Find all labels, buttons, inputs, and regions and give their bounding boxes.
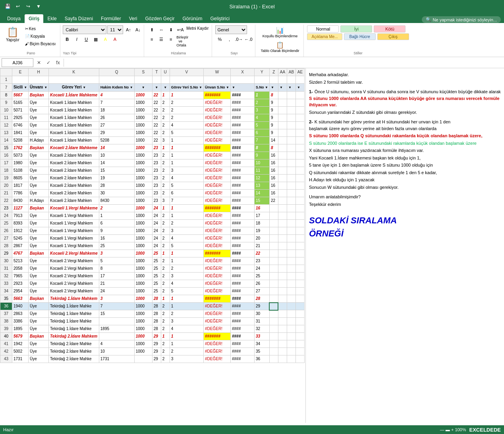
align-middle-btn[interactable]: ↔	[157, 25, 166, 34]
undo-quick-btn[interactable]: ↩	[14, 2, 22, 11]
quick-access-toolbar: 💾 ↩ ↪ ▼	[0, 0, 46, 13]
col-h[interactable]: H	[29, 69, 49, 76]
spreadsheet[interactable]: E H K Q S T U V W X Y Z AA AB AE	[0, 68, 305, 423]
decrease-font-btn[interactable]: A↓	[133, 25, 142, 34]
section2-line8: Q sütunundaki rakamlar dikkate alınmak s…	[309, 169, 501, 176]
tab-dosya[interactable]: Dosya	[3, 14, 25, 23]
dec-dec-btn[interactable]: ←.0	[244, 35, 253, 44]
confirm-formula-btn[interactable]: ✓	[44, 59, 52, 67]
col-y[interactable]: Y	[254, 69, 269, 76]
col-aa[interactable]: AA	[278, 69, 287, 76]
col-e[interactable]: E	[12, 69, 29, 76]
redo-quick-btn[interactable]: ↪	[24, 2, 33, 11]
font-color-btn[interactable]: A	[110, 35, 119, 44]
italic-btn[interactable]: I	[72, 35, 81, 44]
col-u[interactable]: U	[161, 69, 170, 76]
col-k[interactable]: K	[49, 69, 99, 76]
paste-label: Yapıştır	[6, 38, 19, 42]
cancel-formula-btn[interactable]: ✕	[35, 59, 43, 67]
col-w[interactable]: W	[204, 69, 231, 76]
wrap-btn[interactable]: ↩A	[176, 25, 185, 34]
table-row: 29 4767 Başkan Kocaeli 2.Vergi Mahkeme 3…	[0, 250, 305, 257]
pano-label: Pano	[27, 50, 35, 56]
align-top-btn[interactable]: ⬆	[147, 25, 156, 34]
table-row: 22 8430H.Adayı Kocaeli 2.İdare Mahken 84…	[0, 197, 305, 205]
search-box[interactable]: 🔍 Ne yapmak istediğinizi söyleyin...	[422, 16, 501, 23]
align-left-btn[interactable]: ≡	[147, 35, 156, 44]
dec-inc-btn[interactable]: .0→	[234, 35, 243, 44]
table-row: 18 5108Üye Kocaeli 2.İdare Mahken 151000…	[0, 167, 305, 175]
font-name-select[interactable]: Calibri	[63, 25, 106, 34]
style-normal[interactable]: Normal	[307, 25, 339, 33]
style-bad[interactable]: Kötü	[374, 25, 406, 33]
table-format-btn[interactable]: 📋 Tablo Olarak Biçimlendir	[259, 40, 301, 54]
col-v[interactable]: V	[170, 69, 203, 76]
tab-gozden-gecir[interactable]: Gözden Geçir	[141, 14, 178, 23]
col-t[interactable]: T	[152, 69, 161, 76]
col-ae[interactable]: AE	[295, 69, 304, 76]
align-center-btn[interactable]: ☰	[157, 35, 166, 44]
tab-giris[interactable]: Giriş	[25, 14, 43, 23]
underline-btn[interactable]: U	[82, 35, 91, 44]
format-painter-btn[interactable]: 🖌 Biçim Boyacısı	[23, 40, 58, 47]
ribbon: 📋 Yapıştır ✂ Kes 📄 Kopyala 🖌 Biçim Boyac…	[0, 23, 504, 57]
col-z[interactable]: Z	[269, 69, 278, 76]
fill-color-btn[interactable]: A	[101, 35, 110, 44]
table-row: 17 1980Üye Kocaeli 2.İdare Mahken 141000…	[0, 159, 305, 167]
col-x[interactable]: X	[230, 69, 254, 76]
table-row: 34 2954Üye Kocaeli 2.Vergi Mahkem 241000…	[0, 288, 305, 295]
style-bagli-hucre[interactable]: Bağlı Hücre	[344, 33, 376, 40]
paste-btn[interactable]: 📋 Yapıştır	[4, 25, 21, 43]
tab-formuller[interactable]: Formüller	[97, 14, 125, 23]
table-row: 16 5073Üye Kocaeli 2.İdare Mahken 101000…	[0, 152, 305, 159]
font-size-select[interactable]: 11	[107, 25, 123, 34]
style-good[interactable]: İyi	[340, 25, 372, 33]
align-bottom-btn[interactable]: ⬇	[166, 25, 175, 34]
table-row: 33 2923Üye Kocaeli 2.Vergi Mahkem 211000…	[0, 280, 305, 288]
copy-btn[interactable]: 📄 Kopyala	[23, 33, 58, 40]
col-q[interactable]: Q	[99, 69, 134, 76]
bold-btn[interactable]: B	[63, 35, 71, 44]
comma-btn[interactable]: ,	[225, 35, 234, 44]
alignment-group: ⬆ ↔ ⬇ ↩A Metni Kaydır ≡ ☰ ≡ Birleştir ve…	[145, 25, 212, 57]
table-row: 26 1912Üye Kocaeli 1.Vergi Mahkem 91000 …	[0, 227, 305, 235]
section1: 1- Önce U sütununu, sonra V sütununu dah…	[309, 88, 501, 115]
table-row: 37 2863Üye Tekirdağ 1.İdare Mahke 151000…	[0, 310, 305, 318]
insert-function-btn[interactable]: fx	[54, 59, 62, 67]
col-s[interactable]: S	[134, 69, 152, 76]
table-row: 10 5071Üye Kocaeli 1.İdare Mahken 181000…	[0, 107, 305, 114]
merge-btn[interactable]: Birleştir ve Ortala	[176, 35, 185, 44]
table-row: 14 5208H.Adayı Kocaeli 1.İdare Mahken 52…	[0, 137, 305, 144]
align-right-btn[interactable]: ≡	[166, 35, 175, 44]
formula-input[interactable]	[66, 58, 502, 67]
tab-ekle[interactable]: Ekle	[43, 14, 60, 23]
number-format-select[interactable]: Genel	[215, 25, 247, 34]
cut-btn[interactable]: ✂ Kes	[23, 25, 58, 32]
qa-extra-btn[interactable]: ▼	[34, 2, 43, 11]
tab-gelistirici[interactable]: Geliştirici	[207, 14, 234, 23]
style-cikis[interactable]: Çıkış	[377, 33, 409, 40]
save-quick-btn[interactable]: 💾	[3, 2, 12, 11]
tab-sayfa-duzeni[interactable]: Sayfa Düzeni	[61, 14, 97, 23]
table-row: 1	[0, 76, 305, 84]
table-row: 20 1817Üye Kocaeli 2.İdare Mahken 281000…	[0, 182, 305, 190]
col-ab[interactable]: AB	[287, 69, 295, 76]
greeting-text: Merhaba arkadaşlar.	[309, 71, 501, 78]
table-row: 11 2925Üye Kocaeli 1.İdare Mahken 261000…	[0, 114, 305, 122]
table-row: 40 5679 Başkan Tekirdağ 2.İdare Mahkem 1…	[0, 333, 305, 340]
tab-gorunum[interactable]: Görünüm	[179, 14, 207, 23]
cond-format-btn[interactable]: 📊 Koşullu Biçimlendirme	[261, 25, 300, 39]
tab-veri[interactable]: Veri	[125, 14, 141, 23]
data-table: E H K Q S T U V W X Y Z AA AB AE	[0, 68, 305, 363]
pct-btn[interactable]: %	[215, 35, 224, 44]
table-row: 27 5245Üye Kocaeli 1.Vergi Mahkem 161000…	[0, 235, 305, 242]
border-btn[interactable]: ▦	[91, 35, 100, 44]
cell-reference[interactable]: AJ36	[2, 58, 33, 67]
style-aciklama[interactable]: Açıklama Me...	[307, 33, 342, 40]
increase-font-btn[interactable]: A↑	[124, 25, 133, 34]
table-row: 36 1940 Üye Tekirdağ 1.İdare Mahke 7 100…	[0, 303, 305, 310]
table-row: 42 5002Üye Tekirdağ 2.İdare Mahke 101000…	[0, 348, 305, 355]
info-panel: Merhaba arkadaşlar. Sizden 2 formül tale…	[305, 68, 504, 423]
table-row: 13 1841Üye Kocaeli 1.İdare Mahken 291000…	[0, 129, 305, 137]
section2-line9: H.Adayı tek olduğu için 1 yazacak	[309, 177, 501, 183]
